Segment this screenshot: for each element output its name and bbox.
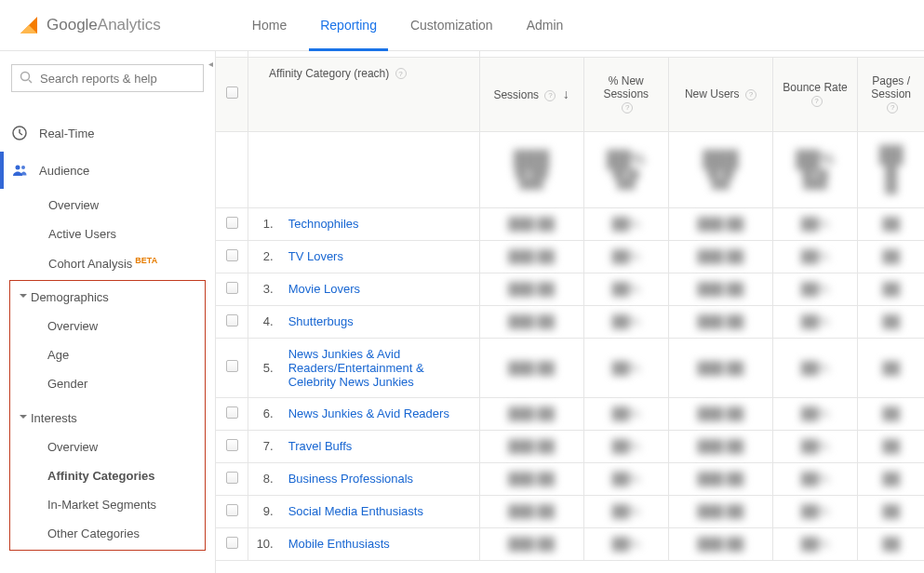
- cell-pct-new: ██%: [583, 305, 668, 338]
- sidebar-item-interests-overview[interactable]: Overview: [10, 433, 205, 461]
- column-header-sessions[interactable]: Sessions: [493, 88, 539, 101]
- cell-pps: ██: [858, 338, 924, 397]
- row-index: 8.: [248, 462, 281, 495]
- sidebar-item-interests[interactable]: Interests: [10, 404, 205, 433]
- search-input[interactable]: [38, 71, 198, 87]
- column-header-bounce-rate[interactable]: Bounce Rate: [783, 81, 847, 94]
- row-checkbox[interactable]: [226, 249, 238, 261]
- cell-pct-new: ██%: [583, 273, 668, 305]
- sidebar-item-in-market-segments[interactable]: In-Market Segments: [10, 490, 205, 519]
- cell-pct-new: ██%: [583, 207, 668, 240]
- row-checkbox[interactable]: [226, 537, 238, 549]
- row-checkbox[interactable]: [226, 360, 238, 372]
- cell-pct-new: ██%: [583, 430, 668, 462]
- cell-sessions: ███ ██: [479, 338, 583, 397]
- beta-badge: BETA: [135, 256, 157, 265]
- cell-bounce: ██%: [772, 527, 857, 560]
- nav-tabs: Home Reporting Customization Admin: [235, 0, 580, 50]
- cell-new-users: ███ ██: [668, 462, 772, 495]
- cell-pps: ██: [858, 430, 924, 462]
- table-row: 3.Movie Lovers███ ████%███ ████%██: [216, 273, 924, 305]
- sidebar-item-demographics-overview[interactable]: Overview: [10, 312, 205, 340]
- row-checkbox[interactable]: [226, 439, 238, 451]
- cell-new-users: ███ ██: [668, 240, 772, 273]
- row-checkbox[interactable]: [226, 314, 238, 326]
- sidebar-item-realtime[interactable]: Real-Time: [11, 114, 204, 152]
- sidebar-item-active-users[interactable]: Active Users: [11, 220, 204, 248]
- tab-home[interactable]: Home: [235, 0, 303, 50]
- sidebar-item-demographics[interactable]: Demographics: [10, 283, 205, 312]
- row-checkbox[interactable]: [226, 406, 238, 419]
- affinity-category-link[interactable]: News Junkies & Avid Readers: [288, 406, 449, 420]
- logo-google: Google: [47, 16, 98, 34]
- row-index: 7.: [248, 430, 281, 462]
- row-checkbox[interactable]: [226, 504, 238, 516]
- cell-new-users: ███ ██: [668, 305, 772, 338]
- affinity-category-link[interactable]: TV Lovers: [288, 249, 343, 263]
- affinity-category-link[interactable]: Business Professionals: [288, 472, 413, 486]
- table-row: 9.Social Media Enthusiasts███ ████%███ █…: [216, 495, 924, 527]
- row-index: 4.: [248, 305, 281, 338]
- help-icon[interactable]: ?: [395, 68, 407, 79]
- sidebar-item-overview[interactable]: Overview: [11, 191, 204, 220]
- sidebar-label-audience: Audience: [39, 164, 89, 178]
- cell-sessions: ███ ██: [479, 305, 583, 338]
- row-checkbox[interactable]: [226, 217, 238, 229]
- tab-admin[interactable]: Admin: [510, 0, 581, 50]
- tab-customization[interactable]: Customization: [394, 0, 510, 50]
- affinity-category-link[interactable]: Movie Lovers: [288, 282, 360, 296]
- row-checkbox[interactable]: [226, 472, 238, 484]
- column-header-pct-new-sessions[interactable]: % New Sessions: [603, 74, 649, 100]
- help-icon[interactable]: ?: [622, 102, 633, 113]
- affinity-category-link[interactable]: Travel Buffs: [288, 439, 353, 453]
- sidebar-item-audience[interactable]: Audience: [11, 152, 204, 189]
- affinity-category-link[interactable]: Technophiles: [288, 217, 359, 231]
- column-header-affinity[interactable]: Affinity Category (reach): [269, 67, 389, 80]
- app-header: Google Analytics Home Reporting Customiz…: [0, 0, 924, 51]
- ga-logo[interactable]: Google Analytics: [19, 15, 161, 35]
- help-icon[interactable]: ?: [544, 90, 556, 101]
- cell-new-users: ███ ██: [668, 495, 772, 527]
- table-row: 8.Business Professionals███ ████%███ ███…: [216, 462, 924, 495]
- summary-row: █████ ███████ ██%██ █████ █████ █████ ██…: [216, 131, 924, 207]
- help-icon[interactable]: ?: [887, 102, 898, 113]
- audience-icon: [11, 162, 39, 179]
- affinity-category-link[interactable]: News Junkies & Avid Readers/Entertainmen…: [288, 347, 424, 389]
- sidebar-item-cohort[interactable]: Cohort AnalysisBETA: [11, 248, 204, 278]
- cell-pct-new: ██%: [583, 338, 668, 397]
- cell-pct-new: ██%: [583, 240, 668, 273]
- row-index: 10.: [248, 527, 281, 560]
- cell-pct-new: ██%: [583, 495, 668, 527]
- column-header-new-users[interactable]: New Users: [685, 87, 740, 100]
- affinity-category-link[interactable]: Mobile Enthusiasts: [288, 537, 390, 551]
- sidebar: ◂ Real-Time Audience: [0, 51, 216, 573]
- tab-reporting[interactable]: Reporting: [303, 0, 394, 50]
- cell-bounce: ██%: [772, 430, 857, 462]
- help-icon[interactable]: ?: [745, 89, 757, 100]
- sidebar-label-realtime: Real-Time: [39, 127, 94, 140]
- sidebar-collapse-icon[interactable]: ◂: [208, 59, 216, 73]
- column-header-pages-session[interactable]: Pages / Session: [871, 74, 911, 100]
- select-all-checkbox[interactable]: [226, 87, 238, 99]
- cell-bounce: ██%: [772, 397, 857, 430]
- row-index: 1.: [248, 207, 281, 240]
- search-box[interactable]: [11, 64, 204, 92]
- help-icon[interactable]: ?: [811, 96, 823, 107]
- affinity-category-link[interactable]: Shutterbugs: [288, 314, 354, 328]
- row-index: 6.: [248, 397, 281, 430]
- logo-analytics: Analytics: [98, 16, 161, 34]
- sort-desc-icon[interactable]: ↓: [563, 87, 569, 101]
- cell-pps: ██: [858, 240, 924, 273]
- row-checkbox[interactable]: [226, 282, 238, 294]
- sidebar-item-affinity-categories[interactable]: Affinity Categories: [10, 461, 205, 490]
- cell-new-users: ███ ██: [668, 527, 772, 560]
- ga-logo-icon: [19, 15, 39, 35]
- cell-bounce: ██%: [772, 338, 857, 397]
- affinity-category-link[interactable]: Social Media Enthusiasts: [288, 504, 423, 518]
- sidebar-item-other-categories[interactable]: Other Categories: [10, 519, 205, 548]
- cell-new-users: ███ ██: [668, 397, 772, 430]
- cell-new-users: ███ ██: [668, 273, 772, 305]
- sidebar-item-demographics-age[interactable]: Age: [10, 340, 205, 369]
- cell-bounce: ██%: [772, 273, 857, 305]
- sidebar-item-demographics-gender[interactable]: Gender: [10, 369, 205, 398]
